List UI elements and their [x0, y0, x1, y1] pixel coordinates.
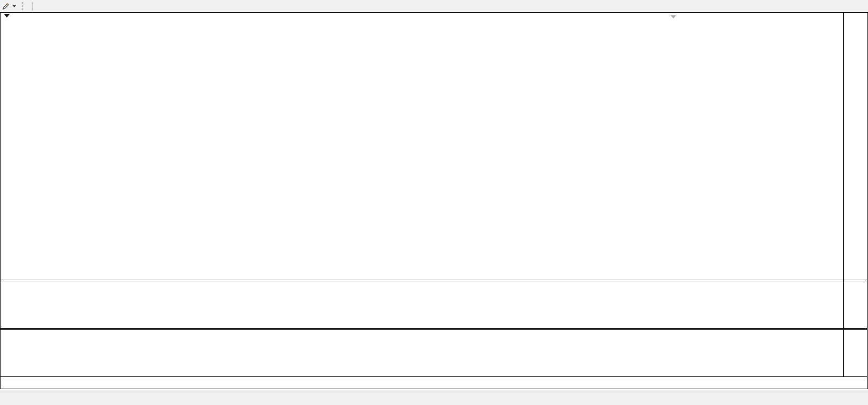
price-axis-line	[843, 13, 844, 376]
panel-separator	[1, 328, 867, 329]
drawing-tool-icon[interactable]	[2, 2, 10, 10]
chart-window[interactable]	[0, 12, 868, 389]
panel-separator	[1, 280, 867, 280]
chart-title-dropdown-icon[interactable]	[4, 14, 10, 17]
toolbar-grip[interactable]	[22, 2, 23, 10]
toolbar-separator	[32, 2, 33, 11]
tool-dropdown-arrow-icon[interactable]	[12, 5, 16, 7]
panel-separator	[1, 281, 867, 281]
chart-tab-bar	[0, 390, 868, 405]
panel-separator	[1, 376, 867, 377]
chart-title	[4, 14, 18, 17]
chart-shift-marker	[671, 15, 676, 19]
top-toolbar	[0, 0, 868, 12]
panel-separator	[1, 329, 867, 330]
